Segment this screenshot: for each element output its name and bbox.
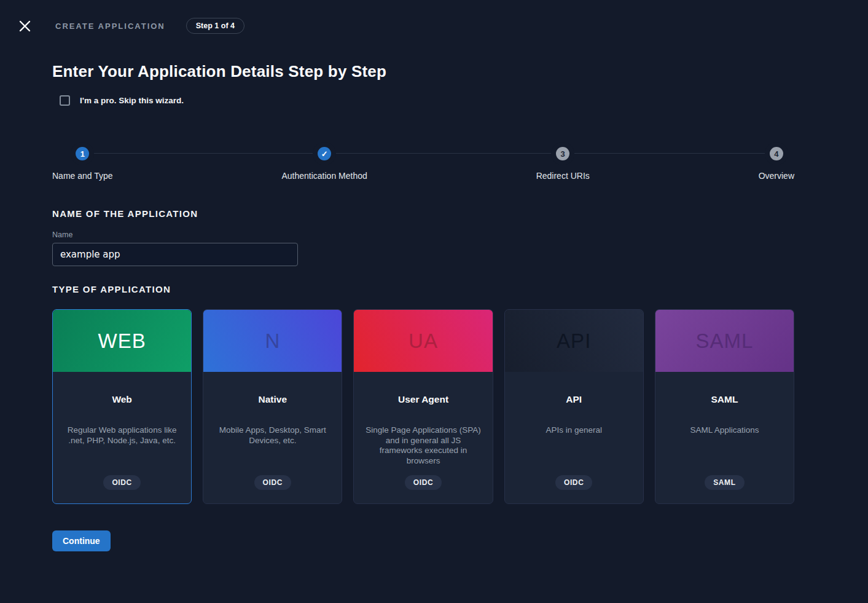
wizard-topbar: CREATE APPLICATION Step 1 of 4 (0, 0, 868, 33)
card-description: Regular Web applications like .net, PHP,… (63, 425, 181, 446)
card-banner: UA (354, 310, 492, 372)
stepper-step-name-and-type[interactable]: 1 Name and Type (52, 147, 113, 181)
card-body: Web Regular Web applications like .net, … (53, 372, 191, 503)
card-banner: WEB (53, 310, 191, 372)
type-card-user-agent[interactable]: UA User Agent Single Page Applications (… (353, 309, 493, 504)
card-banner: N (203, 310, 342, 372)
card-body: SAML SAML Applications SAML (655, 372, 794, 503)
stepper-step-redirect-uris[interactable]: 3 Redirect URIs (536, 147, 590, 181)
protocol-badge: OIDC (254, 475, 291, 490)
skip-wizard-row[interactable]: I'm a pro. Skip this wizard. (60, 95, 794, 106)
card-description: Mobile Apps, Desktop, Smart Devices, etc… (213, 425, 332, 446)
name-field-label: Name (52, 231, 794, 239)
stepper-step-authentication-method[interactable]: ✓ Authentication Method (281, 147, 367, 181)
card-title: User Agent (398, 394, 448, 405)
type-section-title: TYPE OF APPLICATION (52, 284, 794, 294)
name-section-title: NAME OF THE APPLICATION (52, 208, 794, 219)
step-indicator: 1 (76, 147, 89, 160)
card-description: SAML Applications (690, 425, 759, 436)
step-indicator: 4 (770, 147, 783, 160)
application-name-input[interactable] (52, 243, 298, 266)
card-banner: SAML (655, 310, 794, 372)
close-icon[interactable] (17, 18, 32, 33)
wizard-stepper: 1 Name and Type ✓ Authentication Method … (52, 147, 794, 181)
step-check-icon: ✓ (318, 147, 331, 160)
step-label: Overview (759, 171, 794, 181)
protocol-badge: OIDC (555, 475, 592, 490)
application-type-cards: WEB Web Regular Web applications like .n… (52, 309, 794, 504)
protocol-badge: SAML (705, 475, 744, 490)
type-card-native[interactable]: N Native Mobile Apps, Desktop, Smart Dev… (203, 309, 342, 504)
type-card-web[interactable]: WEB Web Regular Web applications like .n… (52, 309, 192, 504)
card-body: Native Mobile Apps, Desktop, Smart Devic… (203, 372, 342, 503)
step-label: Name and Type (52, 171, 113, 181)
step-label: Redirect URIs (536, 171, 590, 181)
type-card-api[interactable]: API API APIs in general OIDC (504, 309, 644, 504)
protocol-badge: OIDC (405, 475, 442, 490)
skip-wizard-checkbox[interactable] (60, 95, 70, 106)
card-title: Web (112, 394, 131, 405)
card-body: API APIs in general OIDC (505, 372, 643, 503)
stepper-step-overview[interactable]: 4 Overview (759, 147, 794, 181)
wizard-heading: Enter Your Application Details Step by S… (52, 62, 794, 81)
card-title: SAML (711, 394, 738, 405)
card-banner: API (505, 310, 643, 372)
skip-wizard-label: I'm a pro. Skip this wizard. (80, 96, 184, 105)
page-title: CREATE APPLICATION (55, 22, 165, 31)
step-label: Authentication Method (281, 171, 367, 181)
step-badge: Step 1 of 4 (186, 18, 244, 34)
card-title: Native (259, 394, 287, 405)
card-description: Single Page Applications (SPA) and in ge… (364, 425, 482, 466)
continue-button[interactable]: Continue (52, 530, 111, 551)
type-card-saml[interactable]: SAML SAML SAML Applications SAML (655, 309, 794, 504)
card-description: APIs in general (545, 425, 602, 436)
card-body: User Agent Single Page Applications (SPA… (354, 372, 492, 503)
protocol-badge: OIDC (103, 475, 140, 490)
wizard-content: Enter Your Application Details Step by S… (52, 62, 794, 551)
close-x-glyph (19, 20, 31, 32)
card-title: API (566, 394, 582, 405)
step-indicator: 3 (556, 147, 569, 160)
